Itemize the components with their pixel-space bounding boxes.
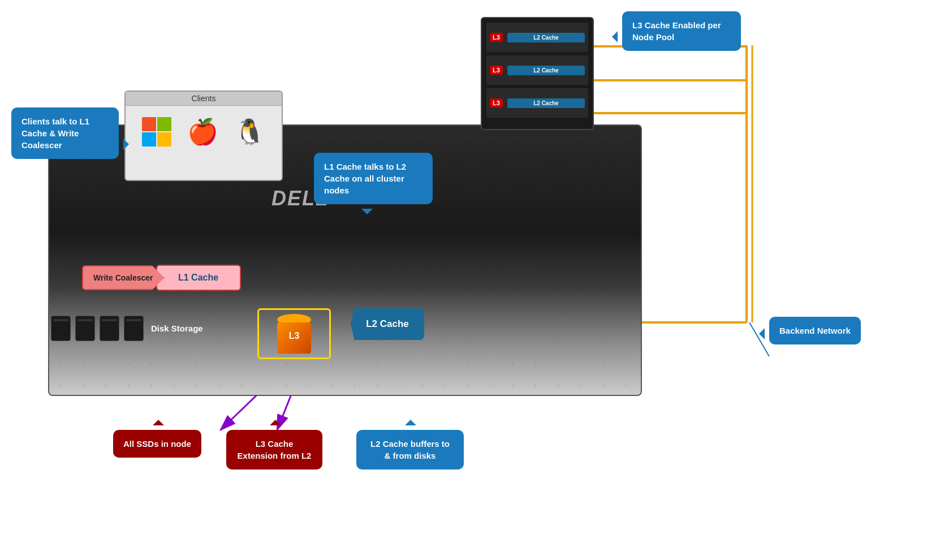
cache-row: Write Coalescer L1 Cache xyxy=(82,265,241,291)
windows-icon xyxy=(142,117,171,147)
disk-1 xyxy=(51,316,71,341)
win-q1 xyxy=(142,117,156,131)
disk-3 xyxy=(100,316,119,341)
clients-icons: 🍎 🐧 xyxy=(126,106,282,158)
win-q3 xyxy=(142,132,156,147)
clients-window: Clients 🍎 🐧 xyxy=(124,91,283,181)
node-rack: L3 L2 Cache L3 L2 Cache L3 L2 Cache xyxy=(481,17,594,130)
node-row-1: L3 L2 Cache xyxy=(486,23,588,52)
callout-clients: Clients talk to L1 Cache & Write Coalesc… xyxy=(11,107,119,159)
node-l3-badge-3: L3 xyxy=(490,98,503,107)
win-q4 xyxy=(157,132,171,147)
apple-icon: 🍎 xyxy=(187,119,218,144)
callout-l3-node: L3 Cache Enabled per Node Pool xyxy=(622,11,741,51)
node-l2-badge-2: L2 Cache xyxy=(507,66,585,75)
linux-icon: 🐧 xyxy=(234,119,265,144)
node-l3-badge-2: L3 xyxy=(490,66,503,75)
node-l2-badge-1: L2 Cache xyxy=(507,33,585,42)
diagram-container: DELL Clients 🍎 🐧 Write Coalescer L1 Cach… xyxy=(0,0,940,560)
callout-ssds: All SSDs in node xyxy=(113,430,201,458)
l3-box: L3 xyxy=(257,308,331,359)
callout-l1-l2: L1 Cache talks to L2 Cache on all cluste… xyxy=(314,153,433,204)
node-l3-badge-1: L3 xyxy=(490,33,503,42)
disk-storage-label: Disk Storage xyxy=(151,324,203,333)
node-l2-badge-3: L2 Cache xyxy=(507,98,585,108)
callout-l3-ext: L3 Cache Extension from L2 xyxy=(226,430,322,469)
callout-backend: Backend Network xyxy=(769,317,861,344)
node-row-3: L3 L2 Cache xyxy=(486,88,588,118)
l3-cylinder: L3 xyxy=(277,314,311,354)
l2-cache-label: L2 Cache xyxy=(351,308,424,340)
win-q2 xyxy=(157,117,171,131)
clients-title: Clients xyxy=(126,92,282,106)
l3-label: L3 xyxy=(289,331,300,341)
callout-l2-buffers: L2 Cache buffers to & from disks xyxy=(356,430,464,469)
node-row-2: L3 L2 Cache xyxy=(486,55,588,85)
write-coalescer: Write Coalescer xyxy=(82,265,165,290)
l1-cache: L1 Cache xyxy=(156,265,241,291)
disk-row: Disk Storage xyxy=(51,316,203,341)
disk-4 xyxy=(124,316,144,341)
disk-2 xyxy=(75,316,95,341)
